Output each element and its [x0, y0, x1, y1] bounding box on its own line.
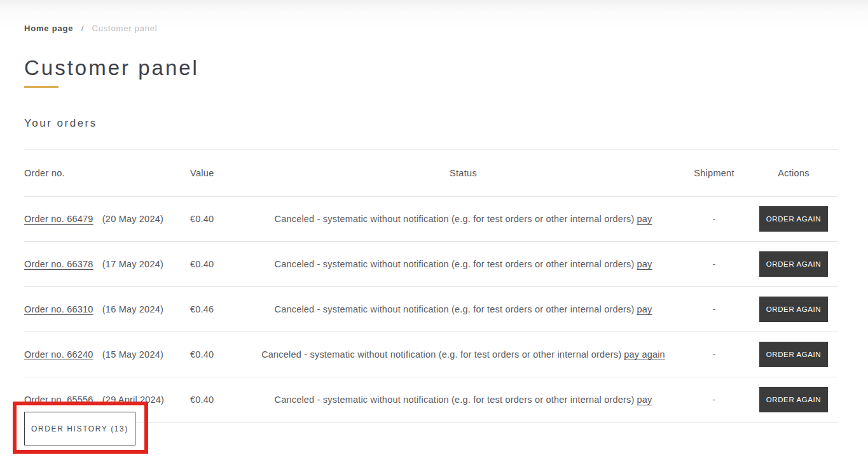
- section-title-your-orders: Your orders: [24, 117, 838, 130]
- table-row: Order no. 66310 (16 May 2024) €0.46 Canc…: [24, 287, 838, 332]
- order-value: €0.40: [190, 197, 247, 242]
- order-link[interactable]: Order no. 66378: [24, 259, 93, 269]
- shipment-value: -: [679, 287, 749, 332]
- status-text: Canceled - systematic without notificati…: [274, 214, 634, 224]
- order-again-button[interactable]: ORDER AGAIN: [759, 297, 828, 322]
- main-content: Home page / Customer panel Customer pane…: [0, 0, 868, 423]
- order-value: €0.40: [190, 377, 247, 423]
- orders-table: Order no. Value Status Shipment Actions …: [24, 149, 838, 423]
- table-row: Order no. 66378 (17 May 2024) €0.40 Canc…: [24, 242, 838, 287]
- order-link[interactable]: Order no. 66240: [24, 349, 93, 360]
- order-again-button[interactable]: ORDER AGAIN: [759, 342, 828, 367]
- order-date: (20 May 2024): [102, 214, 163, 224]
- column-header-order: Order no.: [24, 150, 190, 197]
- breadcrumb-home-link[interactable]: Home page: [24, 24, 73, 33]
- status-text: Canceled - systematic without notificati…: [274, 259, 634, 269]
- column-header-shipment: Shipment: [679, 150, 749, 197]
- title-accent-underline: [24, 86, 59, 88]
- breadcrumb-separator: /: [81, 24, 84, 33]
- status-text: Canceled - systematic without notificati…: [274, 395, 634, 405]
- customer-panel-page: Home page / Customer panel Customer pane…: [0, 0, 868, 469]
- shipment-value: -: [679, 197, 749, 242]
- table-row: Order no. 66240 (15 May 2024) €0.40 Canc…: [24, 332, 838, 377]
- status-text: Canceled - systematic without notificati…: [274, 304, 634, 314]
- status-pay-link[interactable]: pay: [637, 395, 652, 405]
- order-value: €0.40: [190, 332, 247, 377]
- breadcrumb: Home page / Customer panel: [24, 0, 838, 33]
- column-header-actions: Actions: [749, 150, 838, 197]
- order-history-button[interactable]: ORDER HISTORY (13): [24, 412, 135, 445]
- order-link[interactable]: Order no. 66479: [24, 214, 93, 224]
- order-date: (15 May 2024): [102, 349, 163, 360]
- table-row: Order no. 66479 (20 May 2024) €0.40 Canc…: [24, 197, 838, 242]
- order-again-button[interactable]: ORDER AGAIN: [759, 206, 828, 232]
- order-value: €0.46: [190, 287, 247, 332]
- shipment-value: -: [679, 242, 749, 287]
- order-date: (17 May 2024): [102, 259, 163, 269]
- status-pay-link[interactable]: pay: [637, 259, 652, 269]
- breadcrumb-current: Customer panel: [92, 24, 158, 33]
- status-text: Canceled - systematic without notificati…: [261, 349, 621, 360]
- column-header-value: Value: [190, 150, 247, 197]
- status-pay-link[interactable]: pay again: [624, 349, 665, 360]
- order-date: (16 May 2024): [102, 304, 163, 314]
- column-header-status: Status: [247, 150, 679, 197]
- status-pay-link[interactable]: pay: [637, 304, 652, 314]
- order-link[interactable]: Order no. 66310: [24, 304, 93, 314]
- status-pay-link[interactable]: pay: [637, 214, 652, 224]
- shipment-value: -: [679, 377, 749, 423]
- order-value: €0.40: [190, 242, 247, 287]
- shipment-value: -: [679, 332, 749, 377]
- order-again-button[interactable]: ORDER AGAIN: [759, 251, 828, 277]
- page-title: Customer panel: [24, 56, 838, 80]
- orders-table-header: Order no. Value Status Shipment Actions: [24, 150, 838, 197]
- order-again-button[interactable]: ORDER AGAIN: [759, 387, 828, 412]
- annotation-highlight-box: ORDER HISTORY (13): [13, 402, 148, 454]
